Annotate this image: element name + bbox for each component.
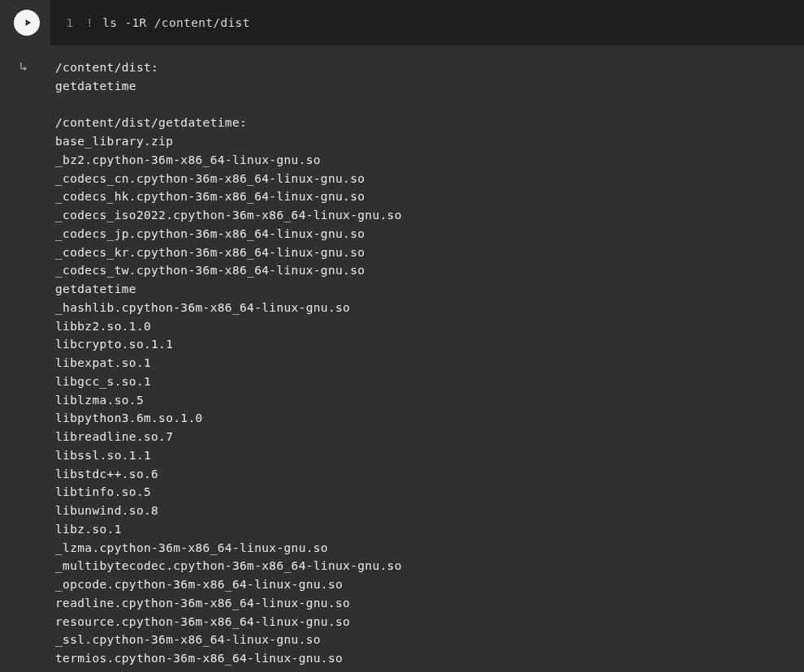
cell-output-row: /content/dist: getdatetime /content/dist… [0,45,804,668]
line-number: 1 [62,16,73,29]
play-icon [22,17,33,28]
cell-gutter [0,0,50,45]
notebook-cell: 1 ! ls -1R /content/dist /content/dist: … [0,0,804,668]
code-line: ! ls -1R /content/dist [86,16,250,29]
code-editor[interactable]: 1 ! ls -1R /content/dist [50,0,804,45]
shell-bang: ! [86,16,93,29]
shell-command: ls -1R /content/dist [95,16,250,29]
output-arrow-icon [18,60,32,75]
run-cell-button[interactable] [14,10,40,36]
cell-output-text: /content/dist: getdatetime /content/dist… [50,58,804,668]
output-gutter [0,58,50,75]
cell-input-row: 1 ! ls -1R /content/dist [0,0,804,45]
